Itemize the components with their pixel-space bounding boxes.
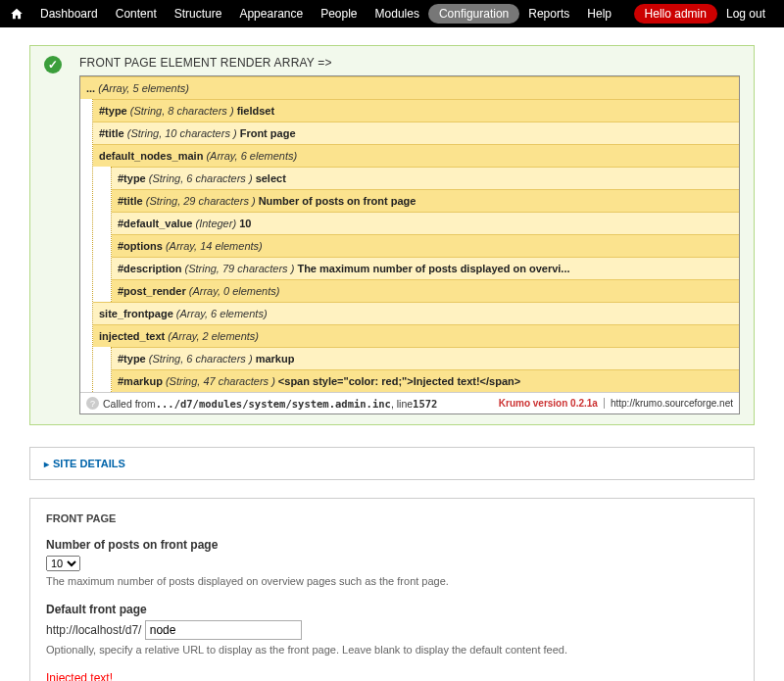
krumo-row[interactable]: #options (Array, 14 elements) <box>112 234 739 257</box>
krumo-row[interactable]: #default_value (Integer) 10 <box>112 212 739 234</box>
hello-badge[interactable]: Hello admin <box>634 4 717 24</box>
toolbar-item-content[interactable]: Content <box>107 1 166 26</box>
label-posts: Number of posts on front page <box>46 538 738 552</box>
krumo-row[interactable]: #title (String, 29 characters ) Number o… <box>112 189 739 212</box>
label-default-fp: Default front page <box>46 603 738 616</box>
status-title: FRONT PAGE element RENDER ARRAY => <box>79 56 740 70</box>
krumo-link[interactable]: http://krumo.sourceforge.net <box>604 398 733 409</box>
krumo-row[interactable]: default_nodes_main (Array, 6 elements) <box>93 144 739 167</box>
ok-icon <box>44 56 62 73</box>
toolbar-item-modules[interactable]: Modules <box>367 1 428 26</box>
krumo-footer: ? Called from .../d7/modules/system/syst… <box>80 392 739 413</box>
fieldset-legend: SITE DETAILS <box>44 458 125 469</box>
krumo-row-root[interactable]: ... (Array, 5 elements) <box>80 76 739 99</box>
home-icon[interactable] <box>10 7 24 21</box>
toolbar-item-people[interactable]: People <box>312 1 366 26</box>
status-message: FRONT PAGE element RENDER ARRAY => ... (… <box>29 45 755 425</box>
desc-default-fp: Optionally, specify a relative URL to di… <box>46 644 738 656</box>
krumo-row[interactable]: #markup (String, 47 characters ) <span s… <box>112 369 739 392</box>
krumo-row[interactable]: injected_text (Array, 2 elements) <box>93 324 739 347</box>
form-item-default-front-page: Default front page http://localhost/d7/ … <box>46 603 738 656</box>
input-front-page-path[interactable] <box>145 620 302 640</box>
form-item-posts: Number of posts on front page 10 The max… <box>46 538 738 587</box>
fieldset-front-page: FRONT PAGE Number of posts on front page… <box>29 498 755 681</box>
krumo-row[interactable]: site_frontpage (Array, 6 elements) <box>93 302 739 324</box>
krumo-row[interactable]: #title (String, 10 characters ) Front pa… <box>93 122 739 144</box>
toolbar-item-dashboard[interactable]: Dashboard <box>31 1 107 26</box>
krumo-row[interactable]: #type (String, 6 characters ) select <box>112 167 739 189</box>
krumo-row[interactable]: #post_render (Array, 0 elements) <box>112 279 739 302</box>
toolbar-item-structure[interactable]: Structure <box>166 1 231 26</box>
krumo-row[interactable]: #type (String, 8 characters ) fieldset <box>93 99 739 122</box>
krumo-version: Krumo version 0.2.1a <box>499 398 598 409</box>
base-url-prefix: http://localhost/d7/ <box>46 623 145 637</box>
toolbar-item-appearance[interactable]: Appearance <box>230 1 312 26</box>
toolbar-item-reports[interactable]: Reports <box>519 1 578 26</box>
toolbar-item-configuration[interactable]: Configuration <box>428 4 519 24</box>
toolbar-item-help[interactable]: Help <box>578 1 620 26</box>
injected-text: Injected text! <box>46 671 738 681</box>
desc-posts: The maximum number of posts displayed on… <box>46 575 738 587</box>
admin-toolbar: DashboardContentStructureAppearancePeopl… <box>0 0 784 27</box>
fieldset-legend: FRONT PAGE <box>46 512 738 524</box>
fieldset-site-details[interactable]: SITE DETAILS <box>29 447 755 480</box>
krumo-row[interactable]: #type (String, 6 characters ) markup <box>112 347 739 369</box>
krumo-row[interactable]: #description (String, 79 characters ) Th… <box>112 257 739 279</box>
logout-link[interactable]: Log out <box>717 1 774 26</box>
help-icon: ? <box>86 397 99 410</box>
krumo-dump: ... (Array, 5 elements) #type (String, 8… <box>79 75 740 414</box>
select-posts-count[interactable]: 10 <box>46 556 80 571</box>
